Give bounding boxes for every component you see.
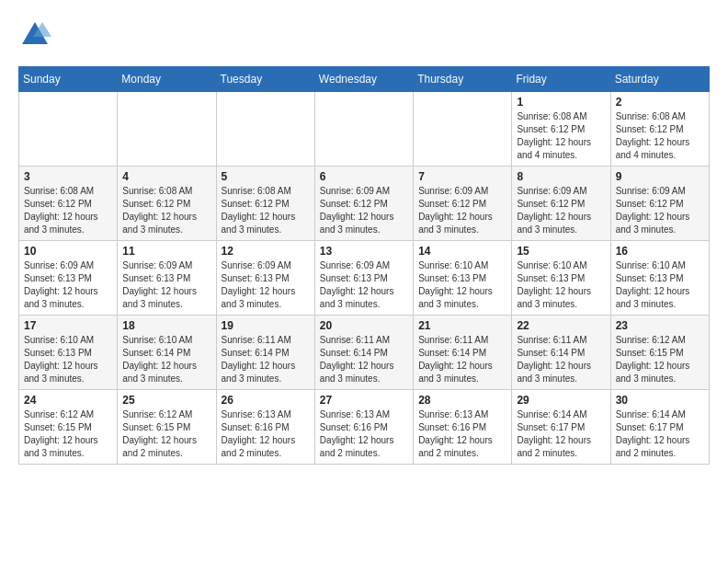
day-info: Sunrise: 6:09 AM Sunset: 6:12 PM Dayligh… (616, 185, 704, 236)
day-number: 3 (24, 170, 112, 183)
col-friday: Friday (512, 67, 610, 92)
calendar-week: 1Sunrise: 6:08 AM Sunset: 6:12 PM Daylig… (19, 92, 710, 167)
day-number: 23 (616, 319, 704, 332)
day-info: Sunrise: 6:10 AM Sunset: 6:13 PM Dayligh… (24, 334, 112, 385)
calendar-cell: 15Sunrise: 6:10 AM Sunset: 6:13 PM Dayli… (512, 241, 610, 316)
page-header (18, 18, 710, 52)
calendar-cell: 25Sunrise: 6:12 AM Sunset: 6:15 PM Dayli… (118, 390, 216, 465)
day-info: Sunrise: 6:10 AM Sunset: 6:13 PM Dayligh… (418, 259, 506, 311)
calendar-cell: 1Sunrise: 6:08 AM Sunset: 6:12 PM Daylig… (512, 92, 610, 167)
day-info: Sunrise: 6:13 AM Sunset: 6:16 PM Dayligh… (418, 408, 506, 460)
day-info: Sunrise: 6:08 AM Sunset: 6:12 PM Dayligh… (222, 185, 310, 236)
day-info: Sunrise: 6:11 AM Sunset: 6:14 PM Dayligh… (320, 334, 408, 385)
col-monday: Monday (118, 67, 216, 92)
day-info: Sunrise: 6:09 AM Sunset: 6:13 PM Dayligh… (122, 259, 210, 311)
day-number: 5 (222, 170, 310, 183)
day-number: 24 (24, 394, 112, 407)
day-info: Sunrise: 6:09 AM Sunset: 6:12 PM Dayligh… (418, 185, 506, 236)
calendar-cell: 23Sunrise: 6:12 AM Sunset: 6:15 PM Dayli… (610, 316, 709, 390)
day-info: Sunrise: 6:09 AM Sunset: 6:13 PM Dayligh… (222, 259, 310, 311)
day-number: 20 (320, 319, 408, 332)
day-info: Sunrise: 6:14 AM Sunset: 6:17 PM Dayligh… (616, 408, 704, 460)
day-number: 27 (320, 394, 408, 407)
col-wednesday: Wednesday (314, 67, 413, 92)
calendar-cell: 9Sunrise: 6:09 AM Sunset: 6:12 PM Daylig… (610, 167, 709, 241)
calendar-cell: 29Sunrise: 6:14 AM Sunset: 6:17 PM Dayli… (512, 390, 610, 465)
day-info: Sunrise: 6:08 AM Sunset: 6:12 PM Dayligh… (24, 185, 112, 236)
day-number: 28 (418, 394, 506, 407)
calendar-body: 1Sunrise: 6:08 AM Sunset: 6:12 PM Daylig… (19, 92, 710, 465)
calendar-header: Sunday Monday Tuesday Wednesday Thursday… (19, 67, 710, 92)
day-number: 29 (517, 394, 605, 407)
calendar-cell: 6Sunrise: 6:09 AM Sunset: 6:12 PM Daylig… (314, 167, 413, 241)
calendar-cell: 10Sunrise: 6:09 AM Sunset: 6:13 PM Dayli… (19, 241, 118, 316)
calendar-cell (314, 92, 413, 167)
col-saturday: Saturday (610, 67, 709, 92)
day-info: Sunrise: 6:09 AM Sunset: 6:12 PM Dayligh… (320, 185, 408, 236)
col-sunday: Sunday (19, 67, 118, 92)
day-number: 12 (222, 245, 310, 258)
day-info: Sunrise: 6:12 AM Sunset: 6:15 PM Dayligh… (616, 334, 704, 385)
logo (18, 18, 55, 52)
calendar-cell (118, 92, 216, 167)
day-number: 1 (517, 96, 605, 109)
day-info: Sunrise: 6:10 AM Sunset: 6:13 PM Dayligh… (517, 259, 605, 311)
day-number: 11 (122, 245, 210, 258)
day-number: 15 (517, 245, 605, 258)
day-number: 19 (222, 319, 310, 332)
logo-icon (18, 18, 51, 52)
day-number: 21 (418, 319, 506, 332)
day-number: 16 (616, 245, 704, 258)
day-number: 13 (320, 245, 408, 258)
day-info: Sunrise: 6:08 AM Sunset: 6:12 PM Dayligh… (616, 110, 704, 162)
calendar-cell: 28Sunrise: 6:13 AM Sunset: 6:16 PM Dayli… (414, 390, 512, 465)
day-number: 2 (616, 96, 704, 109)
calendar-week: 3Sunrise: 6:08 AM Sunset: 6:12 PM Daylig… (19, 167, 710, 241)
day-number: 18 (122, 319, 210, 332)
calendar-cell: 22Sunrise: 6:11 AM Sunset: 6:14 PM Dayli… (512, 316, 610, 390)
calendar-cell: 5Sunrise: 6:08 AM Sunset: 6:12 PM Daylig… (216, 167, 314, 241)
day-info: Sunrise: 6:11 AM Sunset: 6:14 PM Dayligh… (222, 334, 310, 385)
calendar-cell: 8Sunrise: 6:09 AM Sunset: 6:12 PM Daylig… (512, 167, 610, 241)
calendar-cell: 26Sunrise: 6:13 AM Sunset: 6:16 PM Dayli… (216, 390, 314, 465)
day-info: Sunrise: 6:09 AM Sunset: 6:12 PM Dayligh… (517, 185, 605, 236)
day-info: Sunrise: 6:09 AM Sunset: 6:13 PM Dayligh… (320, 259, 408, 311)
day-number: 7 (418, 170, 506, 183)
day-number: 26 (222, 394, 310, 407)
day-info: Sunrise: 6:08 AM Sunset: 6:12 PM Dayligh… (517, 110, 605, 162)
day-number: 10 (24, 245, 112, 258)
calendar-week: 10Sunrise: 6:09 AM Sunset: 6:13 PM Dayli… (19, 241, 710, 316)
calendar-cell: 16Sunrise: 6:10 AM Sunset: 6:13 PM Dayli… (610, 241, 709, 316)
day-info: Sunrise: 6:13 AM Sunset: 6:16 PM Dayligh… (222, 408, 310, 460)
calendar-cell: 7Sunrise: 6:09 AM Sunset: 6:12 PM Daylig… (414, 167, 512, 241)
calendar-week: 17Sunrise: 6:10 AM Sunset: 6:13 PM Dayli… (19, 316, 710, 390)
col-tuesday: Tuesday (216, 67, 314, 92)
calendar-cell: 21Sunrise: 6:11 AM Sunset: 6:14 PM Dayli… (414, 316, 512, 390)
day-number: 9 (616, 170, 704, 183)
calendar-cell: 3Sunrise: 6:08 AM Sunset: 6:12 PM Daylig… (19, 167, 118, 241)
day-info: Sunrise: 6:11 AM Sunset: 6:14 PM Dayligh… (418, 334, 506, 385)
calendar-cell: 20Sunrise: 6:11 AM Sunset: 6:14 PM Dayli… (314, 316, 413, 390)
calendar-cell: 17Sunrise: 6:10 AM Sunset: 6:13 PM Dayli… (19, 316, 118, 390)
day-info: Sunrise: 6:09 AM Sunset: 6:13 PM Dayligh… (24, 259, 112, 311)
day-number: 25 (122, 394, 210, 407)
day-number: 6 (320, 170, 408, 183)
day-info: Sunrise: 6:13 AM Sunset: 6:16 PM Dayligh… (320, 408, 408, 460)
calendar-cell: 14Sunrise: 6:10 AM Sunset: 6:13 PM Dayli… (414, 241, 512, 316)
day-info: Sunrise: 6:11 AM Sunset: 6:14 PM Dayligh… (517, 334, 605, 385)
calendar-cell: 11Sunrise: 6:09 AM Sunset: 6:13 PM Dayli… (118, 241, 216, 316)
day-number: 14 (418, 245, 506, 258)
weekday-row: Sunday Monday Tuesday Wednesday Thursday… (19, 67, 710, 92)
day-number: 8 (517, 170, 605, 183)
calendar-week: 24Sunrise: 6:12 AM Sunset: 6:15 PM Dayli… (19, 390, 710, 465)
day-info: Sunrise: 6:12 AM Sunset: 6:15 PM Dayligh… (122, 408, 210, 460)
day-number: 30 (616, 394, 704, 407)
day-info: Sunrise: 6:08 AM Sunset: 6:12 PM Dayligh… (122, 185, 210, 236)
calendar-cell: 2Sunrise: 6:08 AM Sunset: 6:12 PM Daylig… (610, 92, 709, 167)
calendar-cell (414, 92, 512, 167)
day-number: 17 (24, 319, 112, 332)
calendar: Sunday Monday Tuesday Wednesday Thursday… (18, 66, 710, 465)
calendar-cell: 27Sunrise: 6:13 AM Sunset: 6:16 PM Dayli… (314, 390, 413, 465)
day-info: Sunrise: 6:10 AM Sunset: 6:14 PM Dayligh… (122, 334, 210, 385)
calendar-cell: 18Sunrise: 6:10 AM Sunset: 6:14 PM Dayli… (118, 316, 216, 390)
